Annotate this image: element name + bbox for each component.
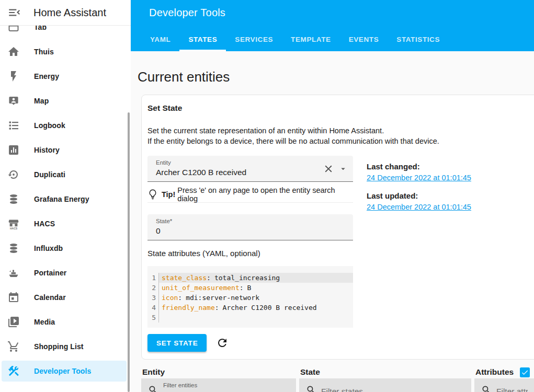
tab-template[interactable]: TEMPLATE (282, 27, 340, 51)
app-window: Home Assistant Tab Thuis Energy (0, 0, 534, 392)
refresh-icon[interactable] (216, 337, 229, 349)
yaml-line: 5 (147, 313, 353, 322)
sidebar-item-history[interactable]: History (2, 140, 127, 160)
filter-states-field[interactable] (299, 378, 471, 392)
app-title: Home Assistant (33, 7, 106, 19)
last-updated-label: Last updated: (367, 191, 471, 200)
history-chart-icon (7, 144, 20, 156)
sidebar-header: Home Assistant (0, 0, 131, 26)
sidebar-item-thuis[interactable]: Thuis (2, 41, 127, 62)
state-attributes-label: State attributes (YAML, optional) (147, 249, 353, 258)
state-input-value: 0 (156, 226, 161, 236)
chevron-down-icon[interactable] (338, 164, 348, 174)
yaml-attributes-editor[interactable]: 1 state_classtotal_increasing 2 unit_of_… (147, 266, 353, 328)
sidebar-item-duplicati[interactable]: Duplicati (2, 164, 127, 185)
sidebar-item-developer-tools[interactable]: Developer Tools (2, 361, 127, 382)
sidebar-item-energy[interactable]: Energy (2, 66, 127, 87)
sidebar-item-grafana-energy[interactable]: Grafana Energy (2, 189, 127, 210)
clear-icon[interactable] (323, 163, 334, 175)
calendar-icon (7, 291, 20, 304)
current-entities-heading: Current entities (138, 69, 534, 85)
store-icon: HACS (7, 217, 20, 230)
entity-picker-label: Entity (156, 159, 171, 166)
entity-meta: Last changed: 24 December 2022 at 01:01:… (367, 156, 471, 352)
tip-bold: Tip! (162, 190, 175, 199)
logbook-icon (7, 119, 20, 132)
page-title: Developer Tools (149, 7, 225, 19)
sidebar-item-influxdb[interactable]: Influxdb (2, 238, 127, 259)
lightbulb-icon (147, 189, 158, 200)
lightning-icon (7, 70, 20, 83)
last-changed-label: Last changed: (367, 162, 471, 171)
sidebar-scrollbar[interactable] (128, 112, 130, 392)
filter-entities-label: Filter entities (163, 382, 197, 388)
set-state-button[interactable]: SET STATE (147, 334, 207, 352)
column-header-state: State (299, 366, 471, 378)
yaml-line: 1 state_classtotal_increasing (147, 273, 353, 283)
search-icon (481, 385, 492, 392)
yaml-line: 2 unit_of_measurementB (147, 283, 353, 293)
set-state-card: Set State Set the current state represen… (141, 95, 534, 360)
sidebar-nav: Tab Thuis Energy Map (0, 26, 131, 392)
sidebar-item-calendar[interactable]: Calendar (2, 287, 127, 308)
tab-events[interactable]: EVENTS (340, 27, 388, 51)
entity-picker-value: Archer C1200 B received (156, 168, 246, 177)
backup-restore-icon (7, 168, 20, 181)
hammer-icon (7, 365, 20, 377)
tab-states[interactable]: STATES (179, 27, 226, 51)
entity-tip: Tip! Press 'e' on any page to open the e… (147, 186, 353, 203)
sidebar-item-portainer[interactable]: Portainer (2, 262, 127, 283)
sidebar: Home Assistant Tab Thuis Energy (0, 0, 131, 392)
filter-states-input[interactable] (320, 386, 466, 392)
menu-open-icon[interactable] (7, 6, 21, 19)
tab-services[interactable]: SERVICES (226, 27, 282, 51)
database-icon (7, 193, 20, 205)
search-icon (148, 385, 158, 392)
tip-text: Press 'e' on any page to open the entity… (177, 186, 353, 203)
set-state-title: Set State (147, 103, 528, 113)
cart-icon (7, 340, 20, 353)
svg-text:HACS: HACS (10, 227, 18, 230)
content: Current entities Set State Set the curre… (131, 51, 534, 392)
state-input[interactable]: State* 0 (147, 214, 353, 240)
ship-icon (7, 267, 20, 279)
sidebar-item-shopping-list[interactable]: Shopping List (2, 336, 127, 357)
sidebar-item-hacs[interactable]: HACS HACS (2, 213, 127, 234)
search-icon (306, 385, 316, 392)
media-play-icon (7, 316, 20, 328)
filter-attributes-input[interactable] (495, 386, 529, 392)
yaml-line: 4 friendly_nameArcher C1200 B received (147, 303, 353, 313)
entities-table-header: Entity Filter entities b_re State (141, 366, 534, 392)
main-area: Developer Tools YAML STATES SERVICES TEM… (131, 0, 534, 392)
sidebar-item-logbook[interactable]: Logbook (2, 115, 127, 136)
sidebar-item-media[interactable]: Media (2, 312, 127, 332)
database-icon (7, 242, 20, 255)
set-state-description: Set the current state representation of … (147, 125, 528, 146)
tab-yaml[interactable]: YAML (141, 27, 179, 51)
state-input-label: State* (156, 218, 172, 224)
app-header: Developer Tools YAML STATES SERVICES TEM… (131, 0, 534, 51)
sidebar-item-tab[interactable]: Tab (2, 26, 127, 38)
filter-entities-field[interactable]: Filter entities b_re (141, 378, 296, 392)
last-changed-link[interactable]: 24 December 2022 at 01:01:45 (367, 174, 471, 182)
home-icon (7, 45, 20, 58)
attributes-checkbox[interactable] (520, 367, 530, 377)
entity-picker[interactable]: Entity Archer C1200 B received (147, 156, 353, 182)
tab-statistics[interactable]: STATISTICS (388, 27, 449, 51)
yaml-line: 3 iconmdi:server-network (147, 293, 353, 303)
tab-icon (7, 26, 20, 33)
map-icon (7, 95, 20, 107)
filter-attributes-field[interactable] (474, 378, 534, 392)
last-updated-link[interactable]: 24 December 2022 at 01:01:45 (367, 203, 471, 211)
sidebar-item-map[interactable]: Map (2, 90, 127, 111)
column-header-attributes: Attributes (474, 366, 534, 378)
tab-bar: YAML STATES SERVICES TEMPLATE EVENTS STA… (141, 27, 449, 51)
column-header-entity: Entity (141, 366, 296, 378)
